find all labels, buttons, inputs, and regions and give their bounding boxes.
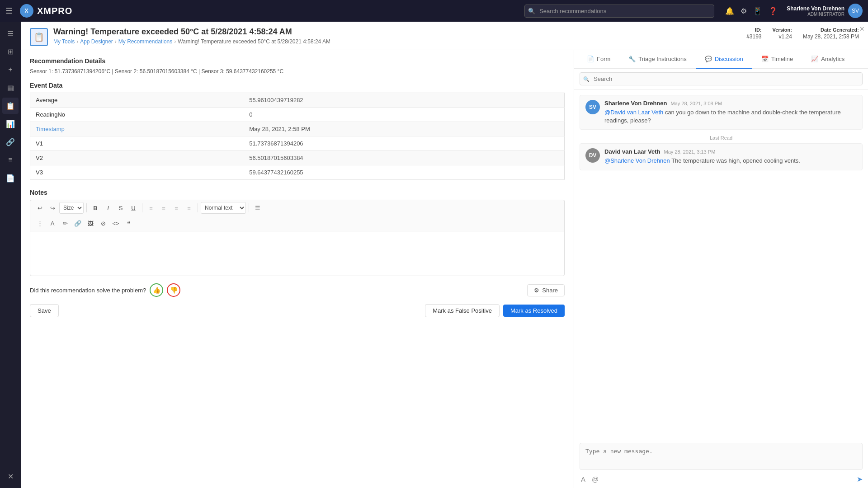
table-cell-field: V1: [30, 136, 244, 151]
nav-icons: 🔔 ⚙ 📱 ❓: [725, 7, 778, 15]
list-button[interactable]: ☰: [252, 202, 264, 214]
link-button[interactable]: 🔗: [72, 217, 84, 229]
top-navigation: ☰ X XMPRO 🔍 🔔 ⚙ 📱 ❓ Sharlene Von Drehnen…: [0, 0, 868, 22]
thumbs-up-button[interactable]: 👍: [150, 283, 163, 297]
breadcrumb-sep3: ›: [174, 38, 176, 45]
notifications-icon[interactable]: 🔔: [725, 7, 734, 15]
code-button[interactable]: <>: [110, 217, 122, 229]
send-button[interactable]: ➤: [857, 475, 863, 483]
message-text: @David van Laar Veth can you go down to …: [604, 108, 857, 125]
size-select[interactable]: Size: [59, 202, 84, 214]
notes-editor[interactable]: [30, 231, 565, 276]
tab-timeline[interactable]: 📅 Timeline: [752, 50, 802, 69]
solved-row: Did this recommendation solve the proble…: [30, 283, 565, 297]
mention-button[interactable]: @: [590, 474, 600, 484]
save-button[interactable]: Save: [30, 304, 59, 317]
discussion-tab-label: Discussion: [715, 56, 743, 62]
sidebar-item-menu[interactable]: ☰: [2, 25, 19, 42]
list-item: SV Sharlene Von Drehnen May 28, 2021, 3:…: [580, 95, 863, 130]
compose-input[interactable]: [580, 443, 863, 470]
breadcrumb-mytools[interactable]: My Tools: [53, 38, 75, 45]
breadcrumb-current: Warning! Temperature exceeded 50°C at 5/…: [178, 38, 330, 45]
page-meta: ID: #3193 Version: v1.24 Date Generated:…: [746, 27, 859, 40]
quote-button[interactable]: ❝: [123, 217, 134, 229]
strikethrough-button[interactable]: S: [115, 202, 127, 214]
underline-button[interactable]: U: [127, 202, 139, 214]
discussion-search-input[interactable]: [580, 72, 863, 85]
sidebar-item-xmpro[interactable]: ✕: [2, 468, 19, 484]
sidebar-item-grid[interactable]: ▦: [2, 80, 19, 96]
tab-form[interactable]: 📄 Form: [578, 50, 619, 69]
close-button[interactable]: ×: [859, 24, 864, 34]
message-time: May 28, 2021, 3:13 PM: [664, 149, 716, 155]
user-info: Sharlene Von Drehnen ADMINISTRATOR: [787, 5, 844, 17]
message-text: @Sharlene Von Drehnen The temperature wa…: [604, 157, 857, 165]
table-cell-value: 56.50187015603384: [244, 151, 564, 165]
analytics-tab-icon: 📈: [811, 56, 818, 62]
hamburger-icon[interactable]: ☰: [5, 6, 13, 16]
table-row: V151.73736871394206: [30, 136, 565, 151]
right-panel: 📄 Form 🔧 Triage Instructions 💬 Discussio…: [574, 50, 868, 488]
app-logo: X XMPRO: [20, 4, 72, 18]
recommendation-details-title: Recommendation Details: [30, 57, 565, 65]
page-title-section: 📋 Warning! Temperature exceeded 50°C at …: [30, 27, 330, 46]
share-button[interactable]: ⚙ Share: [527, 284, 565, 296]
discussion-search: [574, 69, 868, 89]
sidebar-item-add[interactable]: +: [2, 61, 19, 78]
messages-list: SV Sharlene Von Drehnen May 28, 2021, 3:…: [574, 89, 868, 439]
sidebar-item-home[interactable]: ⊞: [2, 43, 19, 60]
timeline-tab-icon: 📅: [761, 56, 769, 62]
message-avatar: SV: [585, 100, 600, 114]
share-label: Share: [542, 287, 558, 294]
align-center-button[interactable]: ≡: [158, 202, 170, 214]
breadcrumb-sep1: ›: [76, 38, 78, 45]
font-style-button[interactable]: A: [47, 217, 58, 229]
message-body: Sharlene Von Drehnen May 28, 2021, 3:08 …: [604, 100, 857, 125]
sidebar-item-clipboard[interactable]: 📋: [2, 98, 19, 114]
table-row: Average55.96100439719282: [30, 93, 565, 108]
sidebar-item-chart[interactable]: 📊: [2, 116, 19, 132]
table-cell-value: 55.96100439719282: [244, 93, 564, 108]
breadcrumb-appdesigner[interactable]: App Designer: [80, 38, 113, 45]
undo-button[interactable]: ↩: [34, 202, 46, 214]
table-row: ReadingNo0: [30, 108, 565, 122]
redo-button[interactable]: ↪: [47, 202, 58, 214]
align-left-button[interactable]: ≡: [145, 202, 157, 214]
tab-discussion[interactable]: 💬 Discussion: [696, 50, 752, 69]
align-right-button[interactable]: ≡: [170, 202, 182, 214]
settings-icon[interactable]: ⚙: [741, 7, 747, 15]
search-input[interactable]: [524, 5, 714, 18]
mark-resolved-button[interactable]: Mark as Resolved: [503, 305, 565, 317]
italic-button[interactable]: I: [102, 202, 114, 214]
sidebar: ☰ ⊞ + ▦ 📋 📊 🔗 ≡ 📄 ✕: [0, 22, 21, 488]
user-role: ADMINISTRATOR: [787, 12, 844, 17]
clear-format-button[interactable]: ⊘: [97, 217, 109, 229]
highlight-button[interactable]: ✏: [59, 217, 71, 229]
share-icon: ⚙: [534, 287, 539, 294]
justify-button[interactable]: ≡: [183, 202, 195, 214]
meta-version-label: Version:: [773, 27, 792, 33]
table-cell-value: May 28, 2021, 2:58 PM: [244, 122, 564, 136]
mobile-icon[interactable]: 📱: [753, 7, 762, 15]
sidebar-item-link[interactable]: 🔗: [2, 134, 19, 150]
meta-date-value: May 28, 2021, 2:58 PM: [803, 33, 859, 40]
user-menu[interactable]: Sharlene Von Drehnen ADMINISTRATOR SV: [787, 4, 863, 18]
message-time: May 28, 2021, 3:08 PM: [670, 101, 722, 106]
thumbs-down-button[interactable]: 👎: [167, 283, 180, 297]
mark-false-positive-button[interactable]: Mark as False Positive: [425, 304, 500, 317]
tab-analytics[interactable]: 📈 Analytics: [802, 50, 854, 69]
tab-triage[interactable]: 🔧 Triage Instructions: [619, 50, 695, 69]
meta-id-value: #3193: [746, 33, 761, 40]
help-icon[interactable]: ❓: [769, 7, 778, 15]
breadcrumb-myrecommendations[interactable]: My Recommendations: [118, 38, 172, 45]
meta-id-label: ID:: [755, 27, 762, 33]
text-format-button[interactable]: A: [580, 474, 587, 484]
image-button[interactable]: 🖼: [85, 217, 96, 229]
bullet-list-button[interactable]: ⋮: [34, 217, 46, 229]
text-style-select[interactable]: Normal text: [201, 202, 246, 214]
sidebar-item-file[interactable]: 📄: [2, 170, 19, 186]
user-name: Sharlene Von Drehnen: [787, 5, 844, 12]
sidebar-item-list[interactable]: ≡: [2, 152, 19, 168]
bold-button[interactable]: B: [90, 202, 101, 214]
page-title-info: Warning! Temperature exceeded 50°C at 5/…: [53, 27, 330, 45]
